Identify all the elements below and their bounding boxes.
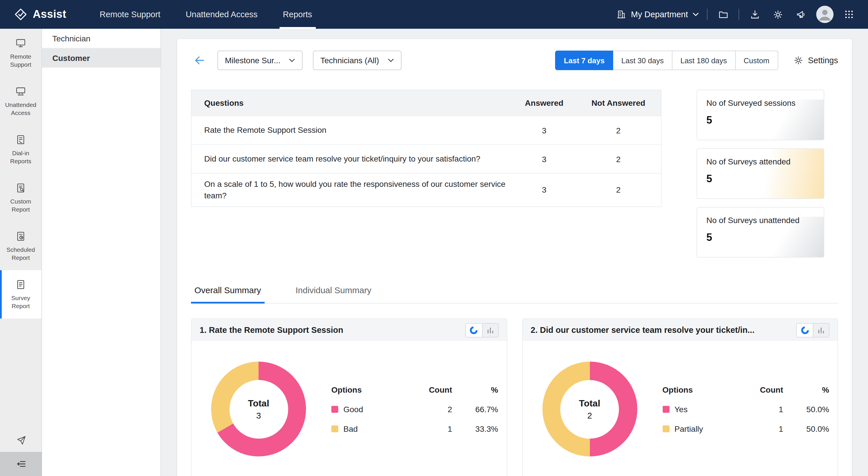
gear-icon [793,55,803,66]
department-selector[interactable]: My Department [616,9,699,20]
questions-table-header: Questions Answered Not Answered [191,90,661,116]
donut-total-label: Total [248,398,269,408]
answered-count: 3 [513,185,576,195]
avatar[interactable] [816,6,834,23]
chart-card-q2: 2. Did our customer service team resolve… [522,318,838,476]
custom-report-icon [15,183,27,194]
collapse-menu-button[interactable] [0,452,42,476]
brand-name: Assist [33,8,66,21]
sidebar-item-scheduled-report[interactable]: Scheduled Report [0,222,41,270]
subnav-item-customer[interactable]: Customer [42,48,160,68]
filter-row: Milestone Sur... Technicians (All) Last … [191,51,838,70]
filter-row-right: Last 7 days Last 30 days Last 180 days C… [555,51,838,70]
subnav-item-technician[interactable]: Technician [42,29,160,48]
department-label: My Department [631,10,688,19]
chart-body: Total 2 Options Count % Yes [523,341,838,476]
date-range-segmented: Last 7 days Last 30 days Last 180 days C… [555,51,778,70]
chart-header: 2. Did our customer service team resolve… [523,319,838,341]
report-type-panel: Technician Customer [42,29,161,476]
stat-label: No of Surveyed sessions [706,98,814,107]
legend-count: 2 [416,405,452,414]
building-icon [616,9,626,20]
stat-label: No of Surveys attended [706,157,814,166]
gear-icon[interactable] [770,7,785,22]
chart-title: 1. Rate the Remote Support Session [199,325,458,335]
range-custom[interactable]: Custom [736,51,778,70]
unattended-access-icon [15,86,27,97]
dialin-reports-icon [15,134,27,146]
settings-button[interactable]: Settings [793,55,838,66]
nav-remote-support[interactable]: Remote Support [87,0,173,29]
table-row[interactable]: On a scale of 1 to 5, how would you rate… [191,173,661,206]
top-nav: Remote Support Unattended Access Reports [87,0,325,29]
tab-individual-summary[interactable]: Individual Summary [292,283,375,303]
divider [739,9,739,20]
chevron-down-icon [289,58,295,63]
back-button[interactable] [191,52,208,69]
download-icon[interactable] [747,7,762,22]
col-header-answered: Answered [513,98,576,107]
sidebar-item-label: Custom Report [2,198,39,213]
legend-item: Bad [331,424,416,433]
sidebar-item-label: Unattended Access [2,101,39,117]
summary-tabs: Overall Summary Individual Summary [191,283,838,304]
donut-chart-icon[interactable] [797,323,813,337]
stat-value: 5 [706,232,814,244]
legend-pct: 50.0% [783,424,829,433]
donut-center: Total 2 [560,380,619,438]
answered-count: 3 [513,154,576,164]
chart-type-toggle [796,323,830,337]
topbar-actions: My Department [616,6,868,23]
bar-chart-icon[interactable] [813,323,829,337]
survey-selector-value: Milestone Sur... [225,56,280,65]
technician-selector-dropdown[interactable]: Technicians (All) [313,51,402,70]
legend-label: Good [343,405,363,414]
sidebar-item-custom-report[interactable]: Custom Report [0,173,41,222]
megaphone-icon[interactable] [793,7,808,22]
sidebar-item-remote-support[interactable]: Remote Support [0,29,41,77]
range-last-30-days[interactable]: Last 30 days [613,51,672,70]
sidebar-item-survey-report[interactable]: Survey Report [0,270,41,318]
table-row[interactable]: Did our customer service team resolve yo… [191,144,661,173]
contact-icon [15,435,27,446]
survey-report-card: Milestone Sur... Technicians (All) Last … [177,39,852,476]
donut-center: Total 3 [229,380,288,438]
folder-icon[interactable] [716,7,731,22]
donut-total-value: 3 [256,410,261,420]
sidebar-item-label: Survey Report [2,295,39,310]
tab-overall-summary[interactable]: Overall Summary [191,283,265,303]
donut-chart-icon[interactable] [466,323,482,337]
apps-grid-icon[interactable] [841,7,857,22]
chart-legend: Options Count % Good 2 66.7% Ba [331,385,498,433]
range-last-180-days[interactable]: Last 180 days [673,51,736,70]
table-row[interactable]: Rate the Remote Support Session 3 2 [191,116,661,144]
chart-legend: Options Count % Yes 1 50.0% Par [662,385,829,433]
legend-pct: 33.3% [452,424,498,433]
survey-selector-dropdown[interactable]: Milestone Sur... [217,51,303,70]
stat-value: 5 [706,115,814,126]
main-content: Milestone Sur... Technicians (All) Last … [161,29,868,476]
donut-chart: Total 2 [542,361,637,456]
survey-report-icon [15,279,27,291]
answered-count: 3 [513,126,576,135]
legend-count: 1 [747,405,783,414]
sidebar-item-dialin-reports[interactable]: Dial-in Reports [0,125,41,173]
assist-logo-icon [14,7,28,21]
brand: Assist [0,7,72,21]
icon-rail: Remote Support Unattended Access Dial-in… [0,29,42,476]
stat-card-surveys-attended: No of Surveys attended 5 [696,148,824,199]
bar-chart-icon[interactable] [482,323,498,337]
range-last-7-days[interactable]: Last 7 days [555,51,614,70]
app-window: Assist Remote Support Unattended Access … [0,0,868,476]
legend-header-count: Count [747,385,783,394]
nav-reports[interactable]: Reports [270,0,325,29]
collapse-menu-icon [15,458,27,470]
sidebar-item-label: Scheduled Report [2,246,39,261]
nav-unattended-access[interactable]: Unattended Access [173,0,270,29]
sidebar-item-unattended-access[interactable]: Unattended Access [0,77,41,125]
col-header-questions: Questions [191,93,513,114]
contact-button[interactable] [0,435,42,446]
legend-header-options: Options [662,385,747,394]
legend-pct: 66.7% [452,405,498,414]
sidebar-item-label: Dial-in Reports [2,150,39,165]
